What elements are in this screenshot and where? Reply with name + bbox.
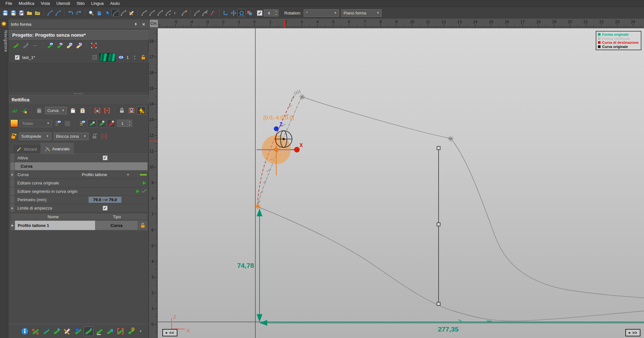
gizmo-center-handle[interactable] [274, 148, 278, 152]
add-modifier-icon[interactable] [52, 326, 62, 336]
curve-percent-tool-icon[interactable]: % [201, 9, 209, 17]
last-row[interactable]: ✓ last_1* 1 ▲▼ [8, 52, 149, 62]
curve-tool-c-icon[interactable] [140, 9, 148, 17]
curve-ghost-tool-icon[interactable] [119, 9, 127, 17]
curve-modifier-icon[interactable] [41, 326, 51, 336]
scale-modifier-icon[interactable] [84, 326, 93, 336]
next-view-button[interactable]: ■>> [625, 329, 640, 336]
volume-modifier-icon[interactable] [73, 326, 83, 336]
zone-home-icon[interactable] [93, 106, 102, 115]
last-texture-thumb[interactable] [99, 53, 116, 61]
foot-home-icon[interactable] [88, 119, 96, 127]
zone-mode-select[interactable]: Blocca zona▼ [54, 133, 89, 140]
property-limite-di-ampiezza[interactable]: ▶Limite di ampiezza✓ [10, 204, 147, 212]
rotate-view-icon[interactable] [238, 9, 245, 17]
sole-modifier-icon[interactable] [94, 326, 104, 336]
link-tool-icon[interactable]: c: [172, 9, 180, 17]
lock-icon[interactable] [138, 221, 147, 230]
cone-curve[interactable] [302, 97, 450, 138]
sole-curve[interactable] [258, 207, 644, 321]
menu-vista[interactable]: Vista [38, 0, 53, 6]
add-last-icon[interactable] [12, 41, 20, 50]
navigator-icon[interactable] [1, 21, 7, 27]
menu-utensili[interactable]: Utensili [53, 0, 73, 6]
property-editare-segmento-in-curva-origin[interactable]: Editare segmento in curva origin [10, 187, 147, 196]
undo-icon[interactable] [67, 9, 74, 17]
row-expand-icon[interactable]: ▶ [10, 221, 15, 230]
curve-tool-a-icon[interactable] [46, 9, 54, 17]
last-tree-area[interactable] [10, 63, 147, 91]
table-row[interactable]: ▶ Profilo tallone 1 Curva [10, 221, 147, 230]
save-as-icon[interactable] [9, 9, 17, 17]
axis-origin-icon[interactable] [222, 9, 229, 17]
foot-store-icon[interactable] [97, 119, 106, 127]
knife-tool-icon[interactable] [128, 9, 135, 17]
property-editare-curva-originale[interactable]: Editare curva originale [10, 179, 147, 187]
close-icon[interactable]: ✕ [141, 22, 146, 27]
menu-stilo[interactable]: Stilo [74, 0, 88, 6]
lock-all-icon[interactable] [118, 106, 126, 115]
show-last-icon[interactable] [46, 41, 54, 50]
panel-splitter[interactable]: ▪▪▪▪▪▪ [8, 92, 149, 95]
prev-view-button[interactable]: ■<< [162, 329, 177, 336]
info-icon[interactable] [20, 326, 30, 336]
tab-wizard[interactable]: Wizard [12, 144, 41, 154]
select-tool-icon[interactable] [103, 9, 111, 17]
last-visible-checkbox[interactable]: ✓ [15, 55, 20, 60]
pan-tool-icon[interactable] [95, 9, 103, 17]
move-view-icon[interactable] [230, 9, 237, 17]
gizmo-x-handle[interactable] [294, 147, 299, 152]
center-view-icon[interactable] [90, 41, 98, 50]
show-zones-icon[interactable] [78, 119, 87, 127]
zone-select[interactable]: Sottopiede▼ [19, 133, 51, 140]
delete-modifier-icon[interactable] [31, 326, 40, 336]
zone-remove-icon[interactable] [103, 106, 111, 115]
tab-avanzato[interactable]: Avanzato [41, 143, 74, 154]
show-modifiers-icon[interactable] [53, 119, 62, 127]
lock-icon[interactable] [140, 54, 146, 60]
bucket-double-icon[interactable]: x2 [69, 106, 77, 115]
apply-all-icon[interactable] [10, 106, 19, 115]
property-curva[interactable]: ▶CurvaProfilo tallone▼ [10, 171, 147, 179]
curve-tool-d-icon[interactable] [148, 9, 156, 17]
gizmo-z-handle[interactable] [274, 127, 279, 131]
menu-lingua[interactable]: Lingua [88, 0, 107, 6]
extent-select[interactable]: Totale▼ [20, 120, 52, 127]
eye-icon[interactable] [118, 54, 124, 60]
curve-tool-f-icon[interactable] [193, 9, 201, 17]
paint-modifier-icon[interactable] [105, 326, 115, 336]
curve-tool-e-icon[interactable] [156, 9, 164, 17]
cut-modifier-icon[interactable] [62, 326, 72, 336]
settings-modifier-icon[interactable] [126, 326, 136, 336]
drawing-canvas[interactable]: 74,78 277,35 Z X [0.0,-4.0,0.0] Z X [158, 28, 644, 338]
menu-file[interactable]: File [3, 0, 15, 6]
curve-tool-b-icon[interactable] [54, 9, 62, 17]
lock-add-icon[interactable] [10, 133, 17, 140]
hide-last-icon[interactable] [55, 41, 64, 50]
snap-checkbox[interactable]: ✓ [257, 10, 262, 16]
curve-add-tool-icon[interactable] [164, 9, 172, 17]
control-point-marker[interactable] [299, 94, 305, 100]
navigator-tab[interactable]: Navigatore [0, 30, 8, 52]
foot-delta-icon[interactable] [107, 119, 116, 127]
segment-handle-mid[interactable] [437, 223, 440, 226]
pin-icon[interactable]: 🖈 [133, 22, 138, 27]
more-tools-caret[interactable]: ▾ [140, 329, 141, 333]
lock-zone-icon[interactable] [127, 106, 136, 115]
transform-gizmo[interactable]: Z X [0.0,-4.0,0.0] [257, 115, 303, 175]
instep-curve[interactable] [451, 138, 644, 298]
zone-count-spinner[interactable]: 1 ▲▼ [117, 120, 132, 127]
property-perimetro-mm-[interactable]: Perimetro (mm)79.0 --> 79.0 [10, 196, 147, 204]
curve-node-tool-icon[interactable] [180, 9, 188, 17]
apply-manual-icon[interactable] [20, 106, 29, 115]
quick-lock-icon[interactable] [137, 106, 146, 115]
curve-type-select[interactable]: Curva▼ [45, 107, 67, 114]
show-shell-icon[interactable] [65, 41, 74, 50]
swap-view-icon[interactable] [246, 9, 253, 17]
tolerance-spinner-arrows[interactable]: ▲▼ [274, 10, 278, 16]
segment-handle-top[interactable] [437, 146, 440, 150]
gradient-swatch[interactable] [10, 119, 18, 127]
redo-icon[interactable] [75, 9, 82, 17]
rotation-select[interactable]: °▼ [304, 9, 339, 17]
last-compare-checkbox[interactable] [92, 55, 97, 60]
